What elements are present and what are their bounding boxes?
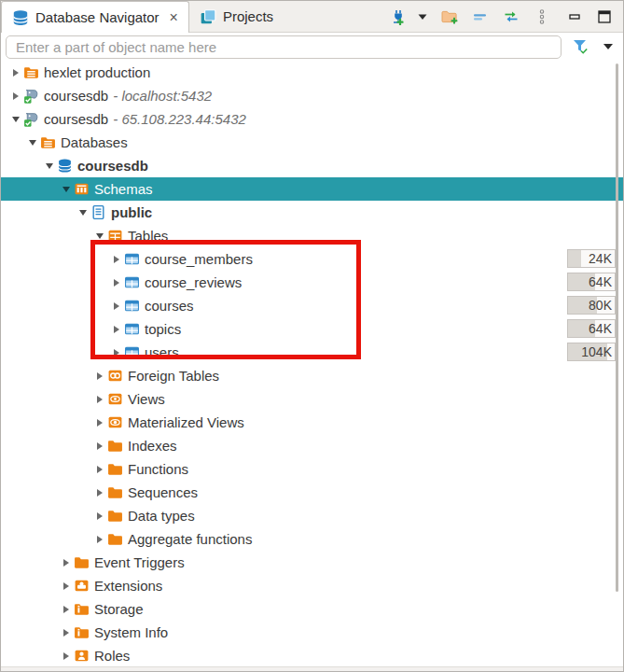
chevron-right-icon[interactable] <box>92 536 107 543</box>
tree-row-label: coursesdb <box>77 158 148 174</box>
tree-row-label: Data types <box>128 508 195 524</box>
chevron-right-icon[interactable] <box>92 442 107 450</box>
folder-icon <box>74 554 90 570</box>
table-icon <box>124 344 140 360</box>
database-navigator-icon <box>12 9 29 26</box>
filter-icon[interactable] <box>571 37 589 56</box>
tree-row-coursesdb[interactable]: coursesdb <box>1 154 623 177</box>
chevron-right-icon[interactable] <box>109 256 124 263</box>
search-row <box>1 33 623 61</box>
chevron-right-icon[interactable] <box>59 652 74 660</box>
view-menu-icon[interactable] <box>533 7 551 26</box>
size-value: 80K <box>589 297 612 315</box>
tree-row-foreign-tables[interactable]: Foreign Tables <box>1 364 623 387</box>
chevron-right-icon[interactable] <box>92 489 107 497</box>
database-navigator-panel: Database Navigator × Projects hexlet pro… <box>0 0 624 672</box>
tree-row-course-reviews[interactable]: course_reviews64K <box>1 271 623 294</box>
folder-icon <box>107 508 123 524</box>
chevron-right-icon[interactable] <box>59 582 74 590</box>
new-folder-icon[interactable] <box>440 7 459 26</box>
tree-row-course-members[interactable]: course_members24K <box>1 247 623 271</box>
table-size-badge: 64K <box>567 273 616 291</box>
tree-row-label: coursesdb <box>44 111 108 127</box>
chevron-right-icon[interactable] <box>59 606 74 613</box>
chevron-down-icon[interactable] <box>25 140 40 146</box>
tree-row-databases[interactable]: Databases <box>1 131 623 154</box>
tree-row-functions[interactable]: Functions <box>1 457 623 481</box>
tree-row-users[interactable]: users104K <box>1 341 623 364</box>
tree-row-label: Extensions <box>94 578 162 594</box>
size-value: 64K <box>589 320 612 338</box>
tree-row-label: Functions <box>128 461 188 477</box>
tables-folder-icon <box>107 228 123 244</box>
chevron-right-icon[interactable] <box>109 326 124 333</box>
tree-row-indexes[interactable]: Indexes <box>1 434 623 457</box>
chevron-right-icon[interactable] <box>92 466 107 473</box>
tree-row-coursesdb[interactable]: coursesdb- 65.108.223.44:5432 <box>1 107 623 131</box>
chevron-right-icon[interactable] <box>92 419 107 427</box>
link-editor-icon[interactable] <box>502 7 520 26</box>
tree-row-system-info[interactable]: System Info <box>1 621 623 644</box>
maximize-icon[interactable] <box>595 7 614 26</box>
schema-page-icon <box>90 204 106 220</box>
chevron-right-icon[interactable] <box>92 396 107 403</box>
tree-row-schemas[interactable]: Schemas <box>1 177 623 201</box>
db-folder-icon <box>23 64 39 80</box>
tree-row-public[interactable]: public <box>1 201 623 224</box>
vertical-scrollbar[interactable] <box>616 63 618 592</box>
chevron-right-icon[interactable] <box>59 629 74 637</box>
chevron-right-icon[interactable] <box>109 302 124 310</box>
tree-row-views[interactable]: Views <box>1 387 623 411</box>
chevron-right-icon[interactable] <box>8 92 23 100</box>
materialized-views-icon <box>107 414 123 430</box>
close-icon[interactable]: × <box>170 10 178 25</box>
tree-row-materialized-views[interactable]: Materialized Views <box>1 411 623 434</box>
chevron-down-icon[interactable] <box>92 233 107 239</box>
object-tree: hexlet productioncoursesdb- localhost:54… <box>1 61 623 667</box>
folder-icon <box>107 484 123 500</box>
chevron-down-icon[interactable] <box>8 117 23 122</box>
info-folder-icon <box>74 601 90 617</box>
tab-label: Projects <box>223 8 273 24</box>
tree-row-courses[interactable]: courses80K <box>1 294 623 317</box>
chevron-down-icon[interactable] <box>59 187 74 192</box>
tree-row-aggregate-functions[interactable]: Aggregate functions <box>1 527 623 551</box>
tree-row-roles[interactable]: Roles <box>1 644 623 667</box>
tree-row-label: Tables <box>128 228 168 244</box>
minimize-icon[interactable] <box>565 7 584 26</box>
chevron-right-icon[interactable] <box>109 279 124 287</box>
connection-host-label: - localhost:5432 <box>113 88 212 104</box>
tree-row-hexlet-production[interactable]: hexlet production <box>1 61 623 84</box>
folder-icon <box>107 531 123 547</box>
tree-row-coursesdb[interactable]: coursesdb- localhost:5432 <box>1 84 623 107</box>
tree-row-label: Foreign Tables <box>128 368 219 384</box>
new-connection-icon[interactable] <box>386 7 405 26</box>
collapse-all-icon[interactable] <box>471 7 490 26</box>
tab-projects[interactable]: Projects <box>189 1 284 32</box>
tree-row-tables[interactable]: Tables <box>1 224 623 247</box>
tab-database-navigator[interactable]: Database Navigator × <box>1 1 189 33</box>
chevron-down-icon[interactable] <box>42 163 57 169</box>
tree-row-topics[interactable]: topics64K <box>1 317 623 341</box>
tree-row-label: Schemas <box>94 181 153 197</box>
table-icon <box>124 321 140 337</box>
chevron-right-icon[interactable] <box>59 559 74 567</box>
chevron-right-icon[interactable] <box>109 349 124 357</box>
tree-row-data-types[interactable]: Data types <box>1 504 623 527</box>
filter-caret-icon[interactable] <box>601 40 616 53</box>
table-size-badge: 24K <box>567 249 616 268</box>
toolbar-caret-icon[interactable] <box>417 7 428 26</box>
tree-row-event-triggers[interactable]: Event Triggers <box>1 551 623 574</box>
chevron-down-icon[interactable] <box>76 210 90 216</box>
search-input[interactable] <box>6 35 562 59</box>
tree-row-label: Roles <box>94 648 130 664</box>
table-icon <box>124 251 140 267</box>
chevron-right-icon[interactable] <box>92 512 107 520</box>
foreign-tables-icon <box>107 368 123 384</box>
tree-row-sequences[interactable]: Sequences <box>1 481 623 504</box>
tree-row-extensions[interactable]: Extensions <box>1 574 623 597</box>
chevron-right-icon[interactable] <box>92 372 107 380</box>
chevron-right-icon[interactable] <box>8 69 23 77</box>
tree-row-storage[interactable]: Storage <box>1 597 623 621</box>
folder-icon <box>107 438 123 454</box>
